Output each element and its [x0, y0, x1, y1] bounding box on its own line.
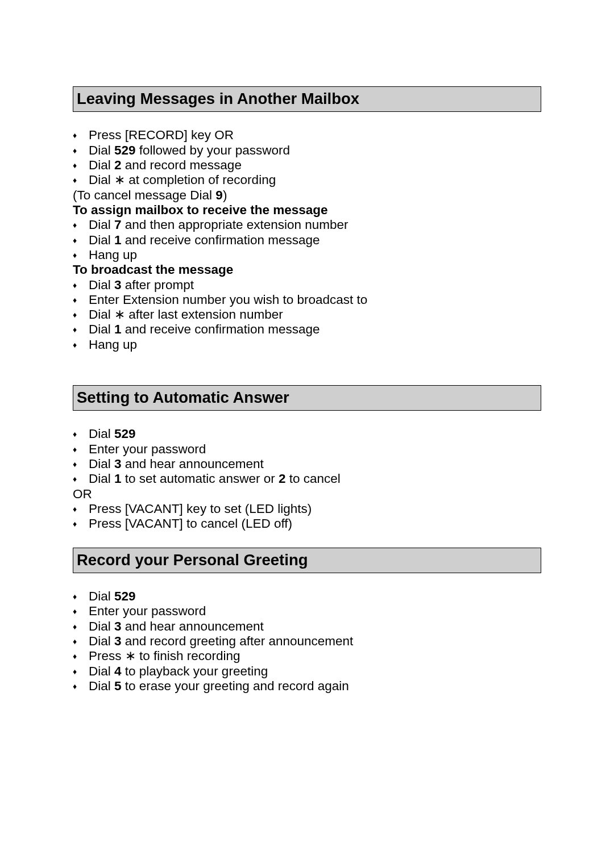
- list-item: Press [VACANT] to cancel (LED off): [73, 516, 541, 531]
- list-item: Dial 529: [73, 427, 541, 441]
- list-item: Dial 3 and record greeting after announc…: [73, 634, 541, 649]
- list-item: Press [VACANT] key to set (LED lights): [73, 502, 541, 516]
- list-item: Enter Extension number you wish to broad…: [73, 293, 541, 307]
- list-item: Dial ∗ at completion of recording: [73, 173, 541, 187]
- section-1-sub1-bullets: Dial 7 and then appropriate extension nu…: [73, 218, 541, 262]
- list-item: Dial 1 to set automatic answer or 2 to c…: [73, 471, 541, 486]
- list-item: Enter your password: [73, 442, 541, 457]
- cancel-note: (To cancel message Dial 9): [73, 188, 541, 203]
- section-1-bullets-a: Press [RECORD] key OR Dial 529 followed …: [73, 128, 541, 187]
- list-item: Dial ∗ after last extension number: [73, 307, 541, 322]
- list-item: Dial 7 and then appropriate extension nu…: [73, 218, 541, 232]
- section-1-sub2-bullets: Dial 3 after prompt Enter Extension numb…: [73, 278, 541, 353]
- section-2-heading: Setting to Automatic Answer: [73, 385, 541, 411]
- section-1-body: Press [RECORD] key OR Dial 529 followed …: [73, 128, 541, 352]
- section-3-body: Dial 529 Enter your password Dial 3 and …: [73, 589, 541, 694]
- list-item: Hang up: [73, 248, 541, 262]
- list-item: Dial 4 to playback your greeting: [73, 664, 541, 679]
- section-2-bullets-b: Press [VACANT] key to set (LED lights) P…: [73, 502, 541, 532]
- list-item: Dial 529 followed by your password: [73, 143, 541, 158]
- list-item: Enter your password: [73, 604, 541, 619]
- spacer: [73, 532, 541, 548]
- list-item: Dial 3 and hear announcement: [73, 457, 541, 471]
- section-3-heading: Record your Personal Greeting: [73, 548, 541, 573]
- section-3-bullets: Dial 529 Enter your password Dial 3 and …: [73, 589, 541, 694]
- section-2-bullets-a: Dial 529 Enter your password Dial 3 and …: [73, 427, 541, 486]
- list-item: Dial 529: [73, 589, 541, 604]
- list-item: Press ∗ to finish recording: [73, 649, 541, 663]
- section-1-heading: Leaving Messages in Another Mailbox: [73, 86, 541, 112]
- list-item: Hang up: [73, 337, 541, 352]
- list-item: Dial 3 after prompt: [73, 278, 541, 293]
- or-line: OR: [73, 487, 541, 502]
- list-item: Dial 3 and hear announcement: [73, 619, 541, 634]
- section-1-sub2-heading: To broadcast the message: [73, 262, 541, 277]
- list-item: Dial 1 and receive confirmation message: [73, 322, 541, 337]
- spacer: [73, 352, 541, 385]
- section-2-body: Dial 529 Enter your password Dial 3 and …: [73, 427, 541, 531]
- section-1-sub1-heading: To assign mailbox to receive the message: [73, 203, 541, 218]
- list-item: Dial 5 to erase your greeting and record…: [73, 679, 541, 694]
- list-item: Dial 1 and receive confirmation message: [73, 233, 541, 248]
- page: Leaving Messages in Another Mailbox Pres…: [0, 0, 614, 868]
- list-item: Press [RECORD] key OR: [73, 128, 541, 143]
- list-item: Dial 2 and record message: [73, 158, 541, 173]
